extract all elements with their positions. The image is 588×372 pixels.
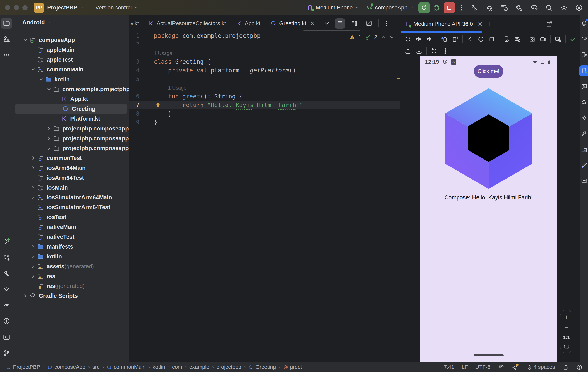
screenshot-camera-icon[interactable] <box>529 36 536 43</box>
virtual-input-icon[interactable] <box>514 36 521 43</box>
volume-down-icon[interactable] <box>426 36 433 43</box>
next-problem-icon[interactable] <box>389 34 395 40</box>
lock-open-icon[interactable] <box>562 364 569 371</box>
upload-file-icon[interactable] <box>404 47 411 54</box>
tree-item-platform-kt[interactable]: Platform.kt <box>13 114 129 124</box>
indent-size[interactable]: 4 spaces <box>525 364 555 371</box>
tree-item-iossimulatorarm64main[interactable]: iosSimulatorArm64Main <box>13 192 129 202</box>
tree-item-applemain[interactable]: appleMain <box>13 45 129 55</box>
breadcrumb-kotlin[interactable]: kotlin <box>153 364 165 370</box>
chevron-closed-icon[interactable] <box>29 273 37 279</box>
chevron-open-icon[interactable] <box>21 37 29 43</box>
code-line-8[interactable]: 8 } <box>129 109 400 118</box>
apply-changes-icon[interactable] <box>500 4 508 12</box>
file-encoding[interactable]: UTF-8 <box>475 364 490 370</box>
tool-stripe-device-explorer[interactable] <box>579 144 588 155</box>
emulator-screen[interactable]: 12:19 A Click me! <box>420 56 557 362</box>
run-configuration-selector[interactable]: composeApp <box>364 2 416 13</box>
scrollbar-warning-mark[interactable] <box>397 78 400 79</box>
airplane-mode-icon[interactable] <box>512 364 518 371</box>
search-icon[interactable] <box>545 4 553 12</box>
tool-stripe-build-hammer[interactable] <box>1 268 12 279</box>
chevron-closed-icon[interactable] <box>45 136 53 141</box>
tree-item-kotlin[interactable]: kotlin <box>13 74 129 84</box>
tool-stripe-problems[interactable] <box>1 316 12 327</box>
breadcrumb-composeapp[interactable]: composeApp <box>47 364 85 370</box>
editor-more-options-icon[interactable] <box>383 20 390 27</box>
tool-stripe-resource-manager[interactable] <box>1 33 12 44</box>
tool-stripe-terminal[interactable] <box>1 332 12 343</box>
tool-stripe-run-play[interactable] <box>1 236 12 247</box>
tree-item-iosarm64main[interactable]: iosArm64Main <box>13 163 129 173</box>
ready-check-icon[interactable] <box>569 36 576 43</box>
zoom-out-button[interactable]: − <box>564 324 568 331</box>
gesture-navigation-bar[interactable] <box>474 354 504 356</box>
profile-icon[interactable] <box>575 4 583 12</box>
device-selector[interactable]: Medium Phone <box>305 2 361 13</box>
panel-options-icon[interactable] <box>558 21 565 27</box>
usage-inlay-hint[interactable]: 1 Usage <box>129 49 400 57</box>
volume-up-icon[interactable] <box>415 36 422 43</box>
close-tab-icon[interactable]: ✕ <box>310 20 315 27</box>
nav-back-icon[interactable] <box>467 36 473 43</box>
view-mode-list-button[interactable] <box>335 18 345 29</box>
code-line-7[interactable]: 7 return "Hello, Kayis Hilmi Farih!" <box>129 101 400 109</box>
code-line-3[interactable]: 3 class Greeting { <box>129 57 400 66</box>
editor-tab-greeting-kt[interactable]: Greeting.kt ✕ <box>265 15 320 32</box>
project-menu[interactable]: ProjectPBP <box>44 2 87 13</box>
tool-stripe-build-tools[interactable] <box>579 128 588 139</box>
zoom-in-button[interactable]: + <box>564 314 568 320</box>
usage-inlay-hint[interactable]: 1 Usage <box>129 84 400 92</box>
tree-item-greeting[interactable]: Greeting <box>15 104 127 114</box>
hide-panel-icon[interactable] <box>570 21 576 27</box>
breadcrumb-greet[interactable]: greet <box>283 364 302 370</box>
tree-item-gradle-scripts[interactable]: Gradle Scripts <box>13 291 129 301</box>
fit-to-screen-icon[interactable] <box>564 344 569 349</box>
gradle-sync-icon[interactable] <box>530 4 538 12</box>
nav-home-icon[interactable] <box>477 36 484 43</box>
tool-stripe-pen[interactable] <box>579 160 588 170</box>
chevron-open-icon[interactable] <box>45 86 53 92</box>
tree-item-app-kt[interactable]: App.kt <box>13 94 129 104</box>
tree-item-iosarm64test[interactable]: iosArm64Test <box>13 173 129 183</box>
power-icon[interactable] <box>404 36 411 43</box>
chevron-closed-icon[interactable] <box>29 185 37 190</box>
breadcrumb-src[interactable]: src <box>93 364 100 370</box>
breadcrumb-example[interactable]: example <box>189 364 209 370</box>
attach-debugger-icon[interactable] <box>515 4 523 12</box>
chevron-open-icon[interactable] <box>37 76 45 82</box>
rotate-left-icon[interactable] <box>441 36 448 43</box>
project-view-selector[interactable]: Android <box>13 15 129 30</box>
click-me-button[interactable]: Click me! <box>474 65 503 78</box>
chevron-closed-icon[interactable] <box>29 155 37 161</box>
device-settings-icon[interactable] <box>503 36 510 43</box>
tree-item-res[interactable]: res <box>13 271 129 281</box>
view-mode-split-button[interactable] <box>349 18 359 29</box>
chevron-closed-icon[interactable] <box>45 146 53 151</box>
version-control-menu[interactable]: Version control <box>92 2 141 13</box>
debug-button[interactable] <box>432 4 441 12</box>
zoom-reset-button[interactable]: 1:1 <box>563 335 570 340</box>
tree-item-iossimulatorarm64test[interactable]: iosSimulatorArm64Test <box>13 202 129 212</box>
tree-item-com-example-projectpbp[interactable]: com.example.projectpbp <box>13 84 129 94</box>
code-editor[interactable]: 1 package com.example.projectpbp 2 1 Usa… <box>129 32 400 362</box>
tree-item-appletest[interactable]: appleTest <box>13 55 129 64</box>
add-device-tab-icon[interactable]: + <box>488 20 492 28</box>
breadcrumb-com[interactable]: com <box>172 364 182 370</box>
error-highlight-icon[interactable] <box>576 364 582 371</box>
breadcrumb-projectpbp[interactable]: projectpbp <box>216 364 241 370</box>
tool-stripe-layout-inspector[interactable] <box>579 176 588 186</box>
tool-stripe-gradle[interactable] <box>579 34 588 44</box>
chevron-closed-icon[interactable] <box>29 254 37 259</box>
tab-list-chevron-icon[interactable] <box>323 20 330 27</box>
tool-stripe-more-h[interactable] <box>1 49 12 60</box>
inspection-widget[interactable]: 1 2 <box>349 34 395 41</box>
tree-item-kotlin[interactable]: kotlin <box>13 252 129 261</box>
caret-position[interactable]: 7:41 <box>444 364 454 370</box>
tree-item-projectpbp-composeapp-gene[interactable]: projectpbp.composeapp.gene <box>13 124 129 133</box>
reset-device-icon[interactable] <box>430 47 438 54</box>
tool-stripe-gemini[interactable] <box>579 113 588 123</box>
tool-stripe-notifications[interactable] <box>579 18 588 29</box>
tree-item-projectpbp-composeapp-gene[interactable]: projectpbp.composeapp.gene <box>13 133 129 143</box>
tree-item-res[interactable]: res (generated) <box>13 281 129 291</box>
